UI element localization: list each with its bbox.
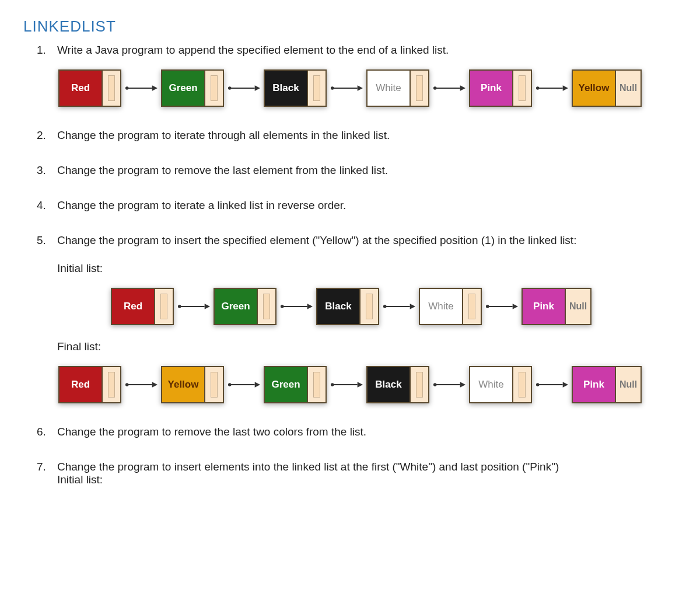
svg-marker-29 [152, 382, 158, 387]
node-color: Green [214, 288, 258, 325]
node-null: Null [616, 366, 642, 403]
node-color: Red [58, 366, 103, 403]
node-color: Red [111, 288, 155, 325]
node-color: White [469, 366, 513, 403]
question-text: Change the program to remove the last tw… [57, 426, 366, 438]
question-text: Change the program to iterate a linked l… [57, 199, 346, 211]
svg-marker-2 [152, 85, 158, 90]
final-list-label: Final list: [57, 340, 677, 353]
arrow-icon [177, 301, 210, 312]
initial-list-label: Initial list: [57, 473, 677, 486]
node-pointer [205, 366, 224, 403]
svg-marker-41 [563, 382, 568, 387]
question-text: Change the program to insert the specifi… [57, 234, 576, 246]
linkedlist-node: Green [214, 288, 276, 325]
page-title: LINKEDLIST [23, 18, 677, 36]
node-color: Red [58, 69, 103, 107]
linkedlist-node: Red [58, 69, 121, 107]
svg-marker-35 [358, 382, 363, 387]
svg-marker-8 [358, 85, 363, 90]
linkedlist-node: PinkNull [572, 366, 642, 403]
question-1: Write a Java program to append the speci… [49, 44, 677, 107]
arrow-icon [228, 83, 260, 93]
node-color: Yellow [161, 366, 205, 403]
node-null: Null [566, 288, 592, 325]
question-2: Change the program to iterate through al… [49, 129, 677, 142]
node-color: Pink [572, 366, 616, 403]
node-pointer [308, 69, 327, 107]
arrow-icon [125, 379, 158, 390]
node-pointer [205, 69, 224, 107]
linkedlist-node: Red [111, 288, 174, 325]
question-7: Change the program to insert elements in… [49, 461, 677, 486]
node-color: White [366, 69, 411, 107]
arrow-icon [125, 83, 158, 93]
node-color: White [419, 288, 463, 325]
arrow-icon [536, 83, 568, 93]
node-color: Green [264, 366, 308, 403]
arrow-icon [433, 83, 466, 93]
node-pointer [360, 288, 379, 325]
question-6: Change the program to remove the last tw… [49, 426, 677, 438]
question-5: Change the program to insert the specifi… [49, 234, 677, 403]
arrow-icon [383, 301, 415, 312]
linkedlist-node: Black [366, 366, 429, 403]
linkedlist-node: White [419, 288, 482, 325]
node-pointer [463, 288, 482, 325]
svg-marker-38 [460, 382, 466, 387]
node-color: Pink [522, 288, 566, 325]
arrow-icon [280, 301, 313, 312]
linkedlist-node: White [366, 69, 429, 107]
node-pointer [411, 69, 429, 107]
node-pointer [513, 69, 532, 107]
linkedlist-node: Green [161, 69, 224, 107]
arrow-icon [536, 379, 568, 390]
initial-list-label: Initial list: [57, 262, 677, 275]
arrow-icon [485, 301, 518, 312]
node-pointer [308, 366, 327, 403]
node-pointer [513, 366, 532, 403]
node-null: Null [616, 69, 642, 107]
node-pointer [155, 288, 174, 325]
question-4: Change the program to iterate a linked l… [49, 199, 677, 212]
question-3: Change the program to remove the last el… [49, 164, 677, 177]
question-text: Change the program to remove the last el… [57, 164, 388, 176]
linkedlist-node: Yellow [161, 366, 224, 403]
node-pointer [103, 69, 121, 107]
svg-marker-17 [205, 304, 210, 309]
question-text: Change the program to insert elements in… [57, 461, 559, 473]
svg-marker-20 [307, 304, 313, 309]
node-pointer [411, 366, 429, 403]
node-color: Pink [469, 69, 513, 107]
question-text: Change the program to iterate through al… [57, 129, 390, 141]
arrow-icon [330, 83, 363, 93]
svg-marker-11 [460, 85, 466, 90]
node-color: Yellow [572, 69, 616, 107]
node-color: Black [316, 288, 360, 325]
svg-marker-23 [410, 304, 415, 309]
arrow-icon [330, 379, 363, 390]
linkedlist-node: PinkNull [522, 288, 592, 325]
node-color: Green [161, 69, 205, 107]
node-pointer [103, 366, 121, 403]
svg-marker-26 [513, 304, 518, 309]
node-pointer [258, 288, 276, 325]
linkedlist-node: Black [316, 288, 379, 325]
diagram-q5-initial: RedGreenBlackWhitePinkNull [111, 288, 677, 325]
arrow-icon [433, 379, 466, 390]
arrow-icon [228, 379, 260, 390]
question-list: Write a Java program to append the speci… [49, 44, 677, 486]
svg-marker-14 [563, 85, 568, 90]
svg-marker-32 [255, 382, 260, 387]
linkedlist-node: YellowNull [572, 69, 642, 107]
linkedlist-node: Red [58, 366, 121, 403]
node-color: Black [264, 69, 308, 107]
linkedlist-node: Black [264, 69, 327, 107]
diagram-q1: RedGreenBlackWhitePinkYellowNull [58, 69, 677, 107]
linkedlist-node: White [469, 366, 532, 403]
linkedlist-node: Pink [469, 69, 532, 107]
diagram-q5-final: RedYellowGreenBlackWhitePinkNull [58, 366, 677, 403]
node-color: Black [366, 366, 411, 403]
linkedlist-node: Green [264, 366, 327, 403]
svg-marker-5 [255, 85, 260, 90]
